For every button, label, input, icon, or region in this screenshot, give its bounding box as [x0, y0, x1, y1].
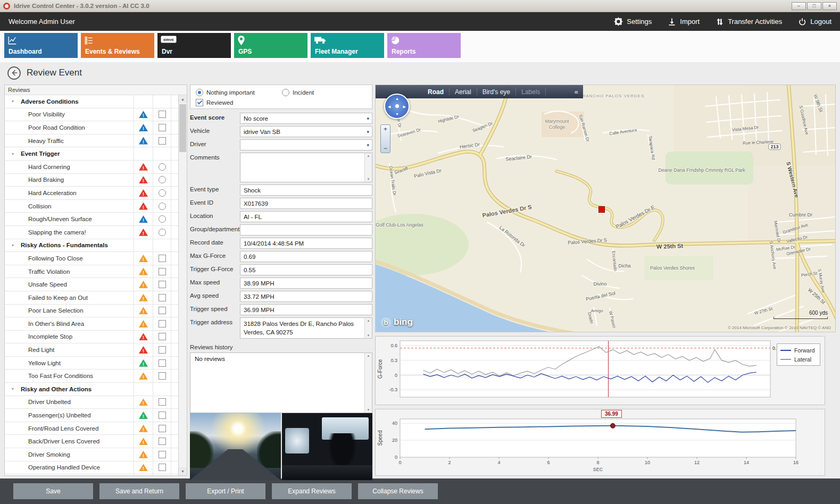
- review-item-row[interactable]: Heavy Traffic!: [5, 135, 178, 148]
- scroll-down-icon[interactable]: ▼: [179, 467, 187, 475]
- max_speed-field[interactable]: [240, 278, 372, 289]
- review-checkbox[interactable]: [159, 137, 166, 145]
- transfer-button[interactable]: Transfer Activities: [716, 18, 782, 26]
- event_id-field[interactable]: [240, 198, 372, 209]
- review-item-row[interactable]: Hard Braking!: [5, 174, 178, 187]
- review-checkbox[interactable]: [159, 294, 166, 301]
- review-item-row[interactable]: Hard Acceleration!: [5, 187, 178, 200]
- review-item-row[interactable]: Operating Handled Device!: [5, 461, 178, 475]
- review-checkbox[interactable]: [159, 124, 166, 131]
- review-checkbox[interactable]: [159, 398, 166, 406]
- review-group-row[interactable]: ▾Event Trigger: [5, 147, 178, 161]
- logout-button[interactable]: Logout: [798, 18, 831, 26]
- collapse-arrow-icon[interactable]: ▾: [5, 99, 21, 104]
- pan-right-icon[interactable]: ▶: [403, 105, 406, 108]
- review-checkbox[interactable]: [159, 411, 166, 419]
- radio-selected-icon[interactable]: [196, 89, 203, 96]
- save-button[interactable]: Save: [13, 483, 93, 499]
- map-view-bird-s-eye[interactable]: Bird's eye: [477, 88, 516, 96]
- trigger_speed-field[interactable]: [240, 304, 372, 315]
- review-item-row[interactable]: Poor Lane Selection!: [5, 305, 178, 318]
- review-checkbox[interactable]: [159, 359, 166, 367]
- review-item-row[interactable]: Unsafe Speed!: [5, 278, 178, 291]
- driver-camera-thumbnail[interactable]: [282, 413, 373, 480]
- map-zoom-control[interactable]: + −: [380, 124, 390, 153]
- review-item-row[interactable]: Incomplete Stop!: [5, 331, 178, 344]
- tab-events[interactable]: Events & Reviews: [81, 33, 154, 58]
- trigger_g_force-field[interactable]: [240, 264, 372, 275]
- review-checkbox[interactable]: [159, 281, 166, 288]
- tab-fleet[interactable]: Fleet Manager: [311, 33, 384, 58]
- vehicle-select[interactable]: idrive Van SB▾: [240, 126, 372, 137]
- review-item-row[interactable]: Hard Cornering!: [5, 161, 178, 174]
- collapse-reviews-button[interactable]: Collapse Reviews: [358, 483, 438, 499]
- save-and-return-button[interactable]: Save and Return: [99, 483, 179, 499]
- review-item-row[interactable]: Failed to Keep an Out!: [5, 291, 178, 305]
- avg_speed-field[interactable]: [240, 291, 372, 302]
- review-item-row[interactable]: Poor Road Condition!: [5, 121, 178, 135]
- review-item-row[interactable]: Back/Driver Lens Covered!: [5, 435, 178, 448]
- driver-select[interactable]: ▾: [240, 139, 372, 150]
- review-item-row[interactable]: In Other's Blind Area!: [5, 317, 178, 331]
- collapse-arrow-icon[interactable]: ▾: [5, 387, 21, 391]
- minimize-button[interactable]: –: [792, 2, 806, 10]
- export-print-button[interactable]: Export / Print: [186, 483, 265, 499]
- review-checkbox[interactable]: [159, 346, 166, 354]
- review-item-row[interactable]: Following Too Close!: [5, 252, 178, 265]
- map-toolbar-collapse-icon[interactable]: «: [570, 88, 583, 96]
- reviews-history-scrollbar[interactable]: ▲▼: [364, 353, 372, 413]
- review-radio[interactable]: [159, 215, 166, 223]
- group_department-field[interactable]: [240, 224, 372, 236]
- event_score-select[interactable]: No score▾: [240, 113, 372, 124]
- review-checkbox[interactable]: [159, 372, 166, 380]
- review-item-row[interactable]: !: [5, 474, 178, 475]
- event_type-field[interactable]: [240, 184, 372, 196]
- review-radio[interactable]: [159, 203, 166, 210]
- review-radio[interactable]: [159, 163, 166, 171]
- review-item-row[interactable]: Yellow Light!: [5, 357, 178, 370]
- zoom-out-icon[interactable]: −: [384, 145, 387, 152]
- map-view-road[interactable]: Road: [422, 88, 450, 96]
- event-location-marker[interactable]: [598, 206, 605, 213]
- review-item-row[interactable]: Front/Road Lens Covered!: [5, 422, 178, 435]
- review-checkbox[interactable]: [159, 320, 166, 327]
- close-button[interactable]: ×: [822, 2, 837, 10]
- pan-up-icon[interactable]: ▲: [395, 97, 399, 100]
- review-group-row[interactable]: ▾Risky and Other Actions: [5, 383, 178, 396]
- settings-button[interactable]: Settings: [614, 17, 652, 26]
- scroll-track[interactable]: [179, 103, 187, 467]
- back-button[interactable]: [7, 66, 21, 80]
- review-item-row[interactable]: Poor Visibility!: [5, 108, 178, 122]
- forward-camera-thumbnail[interactable]: [190, 413, 281, 480]
- bing-map[interactable]: EAST RANCHO PALOS VERDESMarymountCollege…: [375, 85, 836, 332]
- comments-scrollbar[interactable]: ▲▼: [364, 153, 372, 182]
- collapse-arrow-icon[interactable]: ▾: [5, 152, 21, 156]
- collapse-arrow-icon[interactable]: ▾: [5, 243, 21, 248]
- expand-reviews-button[interactable]: Expand Reviews: [272, 483, 352, 499]
- review-radio[interactable]: [159, 176, 166, 183]
- review-checkbox[interactable]: [159, 333, 166, 340]
- scroll-up-icon[interactable]: ▲: [179, 95, 187, 103]
- comments-field[interactable]: [240, 153, 364, 182]
- review-checkbox[interactable]: [159, 451, 166, 458]
- review-radio[interactable]: [159, 229, 166, 236]
- checkbox-checked-icon[interactable]: [196, 99, 203, 106]
- review-item-row[interactable]: Rough/Uneven Surface!: [5, 213, 178, 226]
- review-item-row[interactable]: Collision!: [5, 200, 178, 213]
- map-view-aerial[interactable]: Aerial: [450, 88, 477, 96]
- review-checkbox[interactable]: [159, 464, 166, 471]
- review-item-row[interactable]: Driver Unbelted!: [5, 396, 178, 409]
- review-group-row[interactable]: ▾Adverse Conditions: [5, 95, 178, 108]
- review-checkbox[interactable]: [159, 425, 166, 432]
- zoom-in-icon[interactable]: +: [384, 125, 387, 133]
- map-compass-control[interactable]: ▲ ▼ ◀ ▶: [384, 94, 410, 119]
- reviews-scrollbar[interactable]: ▲ ▼: [178, 95, 187, 475]
- review-item-row[interactable]: Driver Smoking!: [5, 448, 178, 461]
- review-item-row[interactable]: Red Light!: [5, 343, 178, 357]
- maximize-button[interactable]: □: [807, 2, 821, 10]
- trigger_address-scrollbar[interactable]: ▲▼: [364, 318, 372, 338]
- radio-icon[interactable]: [282, 89, 289, 96]
- review-checkbox[interactable]: [159, 268, 166, 275]
- status-option-incident[interactable]: Incident: [282, 89, 314, 96]
- review-item-row[interactable]: Too Fast For Conditions!: [5, 369, 178, 383]
